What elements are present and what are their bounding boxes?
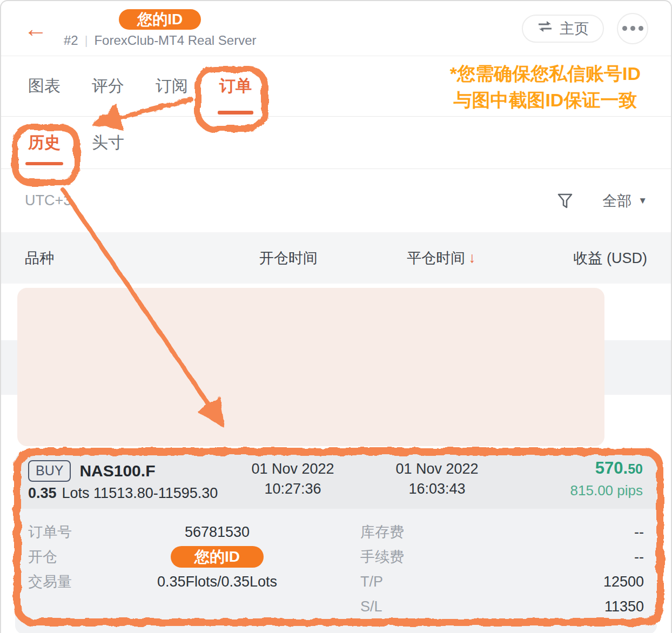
- active-tab-underline: [218, 111, 253, 115]
- account-identity: 您的ID #2 | ForexClub-MT4 Real Server: [64, 9, 257, 48]
- subtab-positions[interactable]: 头寸: [89, 117, 127, 169]
- table-header: 品种 开仓时间 平仓时间 ↓ 收益 (USD): [1, 232, 671, 284]
- home-button-label: 主页: [560, 19, 589, 38]
- sort-desc-icon: ↓: [468, 250, 476, 266]
- detail-row-commission: 手续费 --: [360, 544, 644, 569]
- details-left-column: 订单号 56781530 开仓 您的ID 交易量 0.35Flots/0.35L…: [28, 520, 312, 619]
- header: ← 您的ID #2 | ForexClub-MT4 Real Server 主页: [1, 1, 671, 56]
- account-number: #2: [64, 33, 78, 48]
- main-tab-bar: 图表 评分 订阅 订单 *您需确保您私信账号ID 与图中截图ID保证一致: [1, 56, 671, 117]
- redaction-overlay: [17, 288, 604, 446]
- open-datetime: 01 Nov 2022 10:27:36: [251, 459, 334, 499]
- trading-app-window: ← 您的ID #2 | ForexClub-MT4 Real Server 主页: [0, 0, 672, 633]
- column-profit: 收益 (USD): [574, 248, 648, 268]
- detail-row-swap: 库存费 --: [360, 520, 644, 544]
- trade-symbol: NAS100.F: [79, 462, 155, 480]
- account-id-badge: 您的ID: [119, 9, 201, 30]
- filter-dropdown-label: 全部: [602, 191, 631, 211]
- server-subtitle: #2 | ForexClub-MT4 Real Server: [64, 33, 257, 48]
- more-options-button[interactable]: [617, 13, 648, 44]
- buy-badge: BUY: [28, 460, 71, 482]
- server-name: ForexClub-MT4 Real Server: [94, 33, 256, 48]
- filter-dropdown[interactable]: 全部 ▼: [602, 191, 647, 211]
- tab-orders[interactable]: 订单: [216, 56, 255, 116]
- trade-volume: 0.35: [28, 485, 57, 502]
- detail-row-stop-loss: S/L 11350: [360, 594, 644, 619]
- detail-row-open-by: 开仓 您的ID: [28, 544, 312, 569]
- details-right-column: 库存费 -- 手续费 -- T/P 12500 S/L 11350: [360, 520, 644, 619]
- swap-arrows-icon: [537, 20, 553, 37]
- history-list: [1, 284, 671, 453]
- column-symbol: 品种: [25, 248, 54, 268]
- detail-row-volume: 交易量 0.35Flots/0.35Lots: [28, 569, 312, 594]
- detail-row-order-number: 订单号 56781530: [28, 520, 312, 544]
- trade-details: 订单号 56781530 开仓 您的ID 交易量 0.35Flots/0.35L…: [15, 509, 657, 633]
- home-button[interactable]: 主页: [522, 15, 604, 43]
- active-subtab-underline: [25, 162, 63, 165]
- close-datetime: 01 Nov 2022 16:03:43: [395, 459, 478, 499]
- trade-price-range: Lots 11513.80-11595.30: [62, 485, 218, 502]
- tab-subscription[interactable]: 订阅: [152, 56, 191, 116]
- filter-row: UTC+3 全部 ▼: [1, 169, 671, 232]
- annotation-warning-text: *您需确保您私信账号ID 与图中截图ID保证一致: [450, 60, 641, 113]
- sub-tab-bar: 历史 头寸: [1, 117, 671, 169]
- tab-rating[interactable]: 评分: [89, 56, 127, 116]
- divider: |: [85, 33, 88, 48]
- tab-chart[interactable]: 图表: [25, 56, 64, 116]
- account-id-badge: 您的ID: [171, 546, 264, 568]
- filter-icon[interactable]: [557, 192, 573, 210]
- back-arrow-icon[interactable]: ←: [24, 17, 48, 41]
- detail-row-take-profit: T/P 12500: [360, 569, 644, 594]
- trade-summary: BUY NAS100.F 0.35 Lots 11513.80-11595.30…: [15, 453, 657, 509]
- trade-profit: 570.50 815.00 pips: [570, 458, 643, 501]
- trade-pips: 815.00 pips: [570, 481, 643, 501]
- timezone-label: UTC+3: [25, 192, 71, 209]
- subtab-history[interactable]: 历史: [25, 117, 64, 169]
- column-close-time[interactable]: 平仓时间 ↓: [407, 248, 476, 268]
- ellipsis-icon: [622, 26, 627, 31]
- trade-card[interactable]: BUY NAS100.F 0.35 Lots 11513.80-11595.30…: [15, 453, 657, 633]
- column-open-time: 开仓时间: [259, 248, 318, 268]
- caret-down-icon: ▼: [638, 196, 647, 206]
